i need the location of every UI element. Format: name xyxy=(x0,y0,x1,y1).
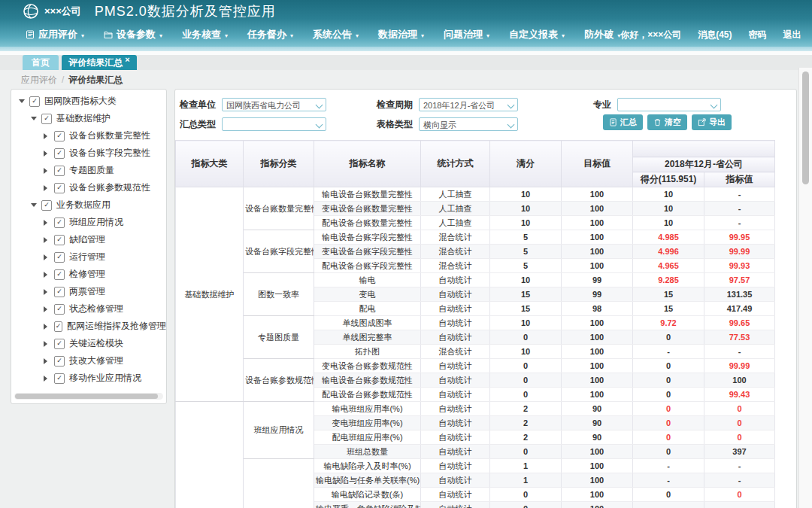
checkbox-checked[interactable]: ✓ xyxy=(41,200,52,211)
filter-select-表格类型[interactable]: 横向显示 xyxy=(419,117,518,131)
nav-item-9[interactable]: 防外破▾ xyxy=(584,28,620,41)
tree-item-国网陕西指标大类[interactable]: ✓国网陕西指标大类 xyxy=(11,93,166,110)
nav-item-8[interactable]: 自定义报表▾ xyxy=(509,28,565,41)
score-cell: 9.285 xyxy=(633,273,704,287)
chevron-right-icon[interactable] xyxy=(44,306,47,312)
chevron-right-icon[interactable] xyxy=(44,254,47,260)
checkbox-checked[interactable]: ✓ xyxy=(29,96,40,107)
tree-item-基础数据维护[interactable]: ✓基础数据维护 xyxy=(11,110,166,127)
checkbox-checked[interactable]: ✓ xyxy=(54,304,65,315)
清空-button[interactable]: 清空 xyxy=(647,114,687,130)
tree-item-技改大修管理[interactable]: ✓技改大修管理 xyxy=(11,352,166,370)
table-row: 设备台账字段完整性输电设备台账字段完整性混合统计51004.98599.95 xyxy=(176,230,775,245)
nav-item-2[interactable]: 设备参数▾ xyxy=(104,28,162,41)
checkbox-checked[interactable]: ✓ xyxy=(54,356,65,367)
tree-item-配网运维指挥及抢修管理[interactable]: ✓配网运维指挥及抢修管理 xyxy=(11,318,166,335)
tree-item-label: 两票管理 xyxy=(69,285,105,298)
sidebar-horizontal-scrollbar[interactable] xyxy=(14,393,163,400)
checkbox-checked[interactable]: ✓ xyxy=(54,235,65,245)
checkbox-checked[interactable]: ✓ xyxy=(54,217,65,228)
tab-eval-summary[interactable]: 评价结果汇总× xyxy=(62,55,137,70)
chevron-right-icon[interactable] xyxy=(44,220,47,226)
chevron-right-icon[interactable] xyxy=(44,272,47,278)
tree-item-关键运检模块[interactable]: ✓关键运检模块 xyxy=(11,335,166,352)
target-value-cell: 90 xyxy=(562,402,633,416)
page-vertical-scrollbar[interactable] xyxy=(798,68,812,508)
nav-item-7[interactable]: 问题治理▾ xyxy=(444,28,489,41)
filter-select-检查单位[interactable]: 国网陕西省电力公司 xyxy=(222,98,326,111)
target-value-cell: 100 xyxy=(562,259,633,273)
filter-select-汇总类型[interactable] xyxy=(222,117,326,131)
nav-menu: 应用评价▾设备参数▾业务核查▾任务督办▾系统公告▾数据治理▾问题治理▾自定义报表… xyxy=(26,28,620,41)
tree-item-业务数据应用[interactable]: ✓业务数据应用 xyxy=(11,196,166,214)
tree-item-检修管理[interactable]: ✓检修管理 xyxy=(11,266,166,283)
tree-item-设备台账参数规范性[interactable]: ✓设备台账参数规范性 xyxy=(11,179,166,196)
tab-close-icon[interactable]: × xyxy=(125,55,129,64)
tree-item-移动作业应用情况[interactable]: ✓移动作业应用情况 xyxy=(11,370,166,387)
checkbox-checked[interactable]: ✓ xyxy=(54,166,65,176)
tree-item-两票管理[interactable]: ✓两票管理 xyxy=(11,283,166,300)
chevron-down-icon[interactable] xyxy=(19,99,25,103)
汇总-button[interactable]: 汇总 xyxy=(603,114,643,130)
checkbox-checked[interactable]: ✓ xyxy=(54,252,65,263)
indicator-name-cell: 输电班组应用率(%) xyxy=(314,402,421,416)
nav-item-1[interactable]: 应用评价▾ xyxy=(26,28,84,41)
nav-item-5[interactable]: 系统公告▾ xyxy=(313,28,359,41)
chevron-down-icon: ▾ xyxy=(486,32,489,39)
checkbox-checked[interactable]: ✓ xyxy=(54,339,65,349)
chevron-down-icon[interactable] xyxy=(31,203,37,207)
group-cell: 专题图质量 xyxy=(244,316,314,359)
tree-item-运行管理[interactable]: ✓运行管理 xyxy=(11,248,166,266)
tree-item-缺陷管理[interactable]: ✓缺陷管理 xyxy=(11,231,166,248)
chevron-right-icon[interactable] xyxy=(44,168,47,174)
checkbox-checked[interactable]: ✓ xyxy=(54,183,65,193)
tree-item-班组应用情况[interactable]: ✓班组应用情况 xyxy=(11,214,166,231)
checkbox-checked[interactable]: ✓ xyxy=(41,114,52,124)
messages-link[interactable]: 消息(45) xyxy=(698,29,732,41)
filter-检查单位: 检查单位国网陕西省电力公司 xyxy=(177,98,326,111)
target-value-cell: 100 xyxy=(562,473,633,488)
nav-item-4[interactable]: 任务督办▾ xyxy=(247,28,293,41)
full-score-cell: 0 xyxy=(490,330,562,345)
filter-select-检查周期[interactable]: 2018年12月-省公司 xyxy=(419,98,518,111)
checkbox-checked[interactable]: ✓ xyxy=(54,373,65,384)
indicator-value-cell: 77.53 xyxy=(704,330,775,345)
scrollbar-thumb[interactable] xyxy=(15,394,158,399)
chevron-right-icon[interactable] xyxy=(44,185,47,191)
chevron-right-icon[interactable] xyxy=(44,289,47,295)
tree-item-设备台账字段完整性[interactable]: ✓设备台账字段完整性 xyxy=(11,144,166,162)
nav-item-6[interactable]: 数据治理▾ xyxy=(378,28,424,41)
breadcrumb-current: 评价结果汇总 xyxy=(68,75,123,85)
logout-link[interactable]: 退出 xyxy=(783,29,801,41)
导出-button[interactable]: 导出 xyxy=(692,114,732,130)
checkbox-checked[interactable]: ✓ xyxy=(54,131,65,141)
chevron-down-icon[interactable] xyxy=(31,117,37,120)
indicator-name-cell: 变电设备台账字段完整性 xyxy=(314,245,421,259)
chevron-down-icon xyxy=(316,121,323,129)
button-label: 导出 xyxy=(709,117,726,128)
checkbox-checked[interactable]: ✓ xyxy=(54,148,65,159)
chevron-right-icon[interactable] xyxy=(44,324,47,330)
tree-item-设备台账数量完整性[interactable]: ✓设备台账数量完整性 xyxy=(11,127,166,144)
filter-label: 检查单位 xyxy=(177,99,216,111)
full-score-cell: 0 xyxy=(490,388,562,402)
chevron-right-icon[interactable] xyxy=(44,376,47,382)
chevron-right-icon[interactable] xyxy=(44,358,47,364)
nav-item-3[interactable]: 业务核查▾ xyxy=(182,28,228,41)
password-link[interactable]: 密码 xyxy=(749,29,767,41)
indicator-value-cell: - xyxy=(704,459,775,473)
checkbox-checked[interactable]: ✓ xyxy=(54,321,62,332)
tree-item-label: 设备台账字段完整性 xyxy=(69,147,150,160)
tab-home[interactable]: 首页 xyxy=(23,55,59,70)
tree-item-专题图质量[interactable]: ✓专题图质量 xyxy=(11,162,166,179)
chevron-right-icon[interactable] xyxy=(44,341,47,347)
target-value-cell: 98 xyxy=(562,302,633,316)
scrollbar-thumb[interactable] xyxy=(802,71,809,184)
chevron-right-icon[interactable] xyxy=(44,151,47,157)
tree-item-状态检修管理[interactable]: ✓状态检修管理 xyxy=(11,300,166,318)
checkbox-checked[interactable]: ✓ xyxy=(54,269,65,280)
checkbox-checked[interactable]: ✓ xyxy=(54,287,65,297)
filter-select-专业[interactable] xyxy=(617,98,721,111)
chevron-right-icon[interactable] xyxy=(44,237,47,243)
chevron-right-icon[interactable] xyxy=(44,133,47,139)
